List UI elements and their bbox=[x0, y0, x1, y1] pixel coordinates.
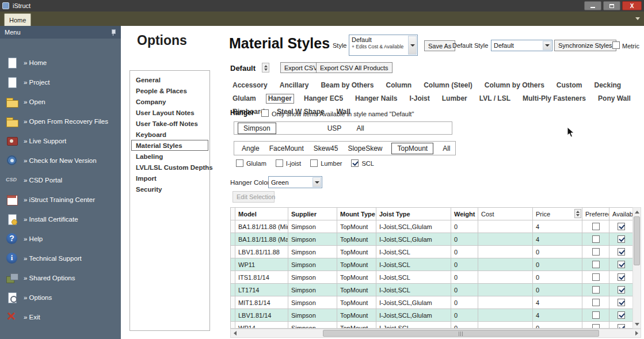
synchronize-styles-button[interactable]: Synchronize Styles bbox=[554, 40, 616, 51]
available-checkbox[interactable] bbox=[618, 273, 625, 281]
filter-item[interactable]: I-joist bbox=[276, 159, 301, 167]
minimize-button[interactable] bbox=[584, 1, 601, 10]
mount-type-tab[interactable]: All bbox=[442, 144, 451, 153]
mount-type-tab[interactable]: SlopeSkew bbox=[347, 144, 383, 153]
available-checkbox[interactable] bbox=[618, 311, 625, 319]
only-available-checkbox[interactable] bbox=[261, 109, 269, 117]
options-nav-item[interactable]: User Layout Notes bbox=[131, 107, 208, 118]
table-row[interactable]: LBV1.81/14 Simpson TopMount I-Joist,SCL,… bbox=[231, 309, 633, 322]
sidebar-item[interactable]: » Home bbox=[0, 53, 121, 73]
vertical-scrollbar[interactable] bbox=[632, 207, 641, 329]
category-tab[interactable]: Column (Steel) bbox=[421, 81, 475, 90]
table-row[interactable]: MIT1.81/14 Simpson TopMount I-Joist,SCL,… bbox=[231, 296, 633, 309]
sidebar-item[interactable]: » Project bbox=[0, 73, 121, 92]
category-tab[interactable]: Beam by Others bbox=[318, 81, 376, 90]
sidebar-item[interactable]: » CSD Portal bbox=[0, 170, 121, 190]
mount-type-tab[interactable]: TopMount bbox=[391, 143, 433, 154]
filter-checkbox[interactable] bbox=[351, 159, 359, 167]
col-model[interactable]: Model bbox=[235, 208, 288, 220]
spinner-control[interactable] bbox=[262, 63, 269, 73]
available-checkbox[interactable] bbox=[618, 223, 625, 230]
chevron-down-icon[interactable] bbox=[635, 17, 640, 22]
supplier-tab[interactable]: Simpson bbox=[238, 123, 276, 134]
available-checkbox[interactable] bbox=[618, 261, 625, 268]
category-tab[interactable]: Glulam bbox=[230, 94, 258, 104]
supplier-tab[interactable]: All bbox=[356, 124, 364, 133]
sidebar-item[interactable]: » Shared Options bbox=[0, 268, 121, 288]
col-preferred[interactable]: Preferred bbox=[582, 208, 609, 220]
sidebar-item[interactable]: » Exit bbox=[0, 307, 121, 327]
col-weight[interactable]: Weight bbox=[451, 208, 478, 220]
preferred-checkbox[interactable] bbox=[592, 324, 600, 329]
preferred-checkbox[interactable] bbox=[592, 223, 600, 230]
col-supplier[interactable]: Supplier bbox=[288, 208, 337, 220]
edit-selection-button[interactable]: Edit Selection bbox=[233, 191, 275, 203]
col-mount-type[interactable]: Mount Type bbox=[337, 208, 376, 220]
category-tab[interactable]: Column by Others bbox=[482, 81, 547, 90]
category-tab[interactable]: Accessory bbox=[230, 81, 270, 90]
options-nav-item[interactable]: User Take-off Notes bbox=[131, 118, 208, 129]
col-price[interactable]: Price bbox=[533, 208, 582, 220]
options-nav-item[interactable]: Security bbox=[131, 184, 208, 195]
preferred-checkbox[interactable] bbox=[592, 248, 600, 256]
category-tab[interactable]: Hanger bbox=[266, 94, 294, 104]
vertical-scroll-thumb[interactable] bbox=[634, 216, 640, 265]
options-nav-item[interactable]: LVL/LSL Custom Depths bbox=[131, 162, 208, 173]
table-row[interactable]: BA1.81/11.88 (Max) Simpson TopMount I-Jo… bbox=[231, 233, 633, 246]
sidebar-item[interactable]: » Open From Recovery Files bbox=[0, 112, 121, 131]
category-tab[interactable]: LVL / LSL bbox=[477, 94, 513, 104]
hanger-color-dropdown[interactable]: Green bbox=[268, 176, 322, 188]
category-tab[interactable]: Lumber bbox=[440, 94, 470, 104]
preferred-checkbox[interactable] bbox=[592, 235, 600, 243]
preferred-checkbox[interactable] bbox=[592, 311, 600, 319]
available-checkbox[interactable] bbox=[618, 248, 625, 256]
options-nav-item[interactable]: Import bbox=[131, 173, 208, 184]
mount-type-tab[interactable]: FaceMount bbox=[269, 144, 304, 153]
filter-item[interactable]: Lumber bbox=[310, 159, 342, 167]
mount-type-tab[interactable]: Skew45 bbox=[313, 144, 339, 153]
available-checkbox[interactable] bbox=[618, 286, 625, 294]
category-tab[interactable]: Pony Wall bbox=[596, 94, 633, 104]
horizontal-scrollbar[interactable] bbox=[230, 329, 641, 338]
close-button[interactable]: X bbox=[622, 1, 642, 10]
scroll-left-icon[interactable] bbox=[231, 329, 239, 337]
style-dropdown[interactable]: Default + Edits Cost & Available bbox=[349, 35, 418, 56]
table-row[interactable]: LBV1.81/11.88 Simpson TopMount I-Joist,S… bbox=[231, 246, 633, 258]
maximize-button[interactable] bbox=[603, 1, 620, 10]
chevron-down-icon[interactable] bbox=[313, 177, 321, 187]
category-tab[interactable]: Ancillary bbox=[277, 81, 311, 90]
sidebar-item[interactable]: » iStruct Training Center bbox=[0, 190, 121, 210]
scroll-right-icon[interactable] bbox=[632, 329, 641, 337]
table-row[interactable]: WP14 Simpson TopMount I-Joist,SCL 0 0 bbox=[231, 322, 633, 329]
preferred-checkbox[interactable] bbox=[592, 261, 600, 268]
spinner-control[interactable] bbox=[574, 209, 581, 218]
category-tab[interactable]: Custom bbox=[554, 81, 585, 90]
sidebar-item[interactable]: » Help bbox=[0, 229, 121, 249]
filter-item[interactable]: Glulam bbox=[236, 159, 266, 167]
horizontal-scroll-thumb[interactable] bbox=[323, 330, 599, 337]
options-nav-item[interactable]: Company bbox=[131, 96, 208, 107]
col-cost[interactable]: Cost bbox=[478, 208, 533, 220]
chevron-down-icon[interactable] bbox=[543, 41, 551, 50]
category-tab[interactable]: Column bbox=[383, 81, 414, 90]
category-tab[interactable]: Decking bbox=[592, 81, 624, 90]
options-nav-item[interactable]: Keyboard bbox=[131, 129, 208, 140]
mount-type-tab[interactable]: Angle bbox=[241, 144, 260, 153]
category-tab[interactable]: Hanger EC5 bbox=[302, 94, 345, 104]
options-nav-item[interactable]: Labeling bbox=[131, 151, 208, 162]
chevron-down-icon[interactable] bbox=[408, 36, 417, 55]
available-checkbox[interactable] bbox=[618, 299, 625, 306]
metric-checkbox[interactable] bbox=[612, 41, 620, 49]
preferred-checkbox[interactable] bbox=[592, 273, 600, 281]
table-row[interactable]: ITS1.81/14 Simpson TopMount I-Joist,SCL … bbox=[231, 271, 633, 284]
pin-icon[interactable] bbox=[110, 29, 116, 36]
options-nav-item[interactable]: People & Places bbox=[131, 85, 208, 96]
export-csv-button[interactable]: Export CSV bbox=[280, 62, 321, 73]
export-csv-all-button[interactable]: Export CSV All Products bbox=[316, 62, 393, 73]
table-row[interactable]: WP11 Simpson TopMount I-Joist,SCL 0 0 bbox=[231, 258, 633, 271]
preferred-checkbox[interactable] bbox=[592, 286, 600, 294]
supplier-tab[interactable]: USP bbox=[327, 124, 342, 133]
options-nav-item[interactable]: Material Styles bbox=[131, 140, 208, 151]
table-row[interactable]: LT1714 Simpson TopMount I-Joist,SCL 0 0 bbox=[231, 284, 633, 296]
sidebar-item[interactable]: » Live Support bbox=[0, 131, 121, 151]
